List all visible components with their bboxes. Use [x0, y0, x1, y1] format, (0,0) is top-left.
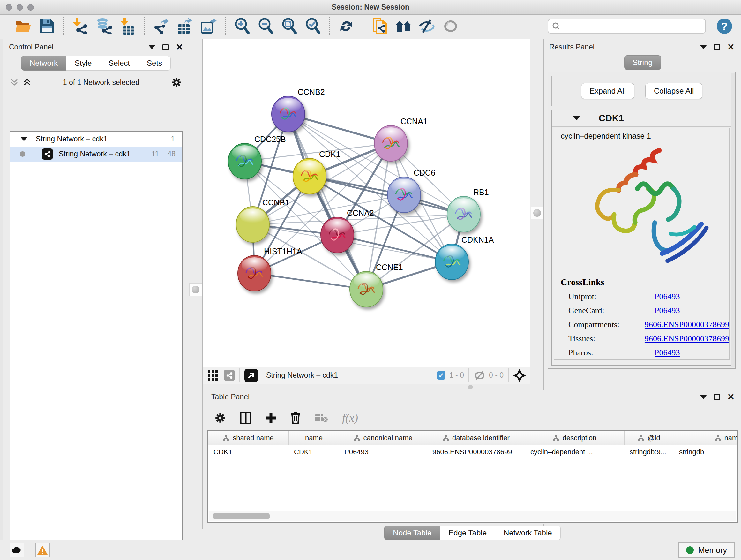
show-all-button[interactable] [441, 17, 460, 36]
gene-section-header[interactable]: CDK1 [552, 110, 731, 127]
network-edge[interactable] [288, 114, 366, 289]
refresh-layout-button[interactable] [337, 17, 355, 36]
column-header[interactable]: database identifier [427, 431, 525, 445]
help-button[interactable]: ? [717, 18, 732, 34]
first-neighbors-button[interactable] [394, 17, 413, 36]
network-node[interactable]: RB1 [447, 188, 489, 232]
table-hscrollbar[interactable] [209, 511, 736, 521]
pharos-link[interactable]: P06493 [655, 348, 680, 358]
table-panel-title: Table Panel [211, 393, 250, 401]
tab-network-table[interactable]: Network Table [495, 525, 561, 540]
crosslink-label: Uniprot: [568, 292, 655, 301]
collapse-all-button[interactable]: Collapse All [645, 83, 702, 99]
table-row[interactable]: CDK1 CDK1 P06493 9606.ENSP00000378699 cy… [208, 445, 737, 459]
zoom-out-button[interactable] [256, 17, 275, 36]
panel-menu-icon[interactable] [148, 45, 155, 49]
column-header[interactable]: name [289, 431, 339, 445]
network-node[interactable]: CDK1 [293, 150, 340, 194]
horizontal-splitter-handle[interactable] [468, 385, 473, 389]
table-options-gear-icon[interactable] [214, 412, 226, 424]
export-table-button[interactable] [176, 17, 194, 36]
network-row-selected[interactable]: String Network – cdk1 11 48 [10, 146, 182, 162]
memory-button[interactable]: Memory [678, 542, 735, 558]
network-node[interactable]: HIST1H1A [238, 247, 302, 291]
toolbar-separator [225, 17, 226, 36]
collapse-all-icon[interactable] [10, 78, 18, 86]
network-canvas[interactable]: CCNB2CCNA1CDC25BCDK1CDC6RB1CCNB1CCNA2CDK… [203, 39, 530, 367]
export-network-button[interactable] [152, 17, 171, 36]
search-field[interactable] [548, 19, 706, 34]
column-header[interactable]: @id [624, 431, 674, 445]
left-splitter-handle[interactable] [189, 283, 202, 296]
close-panel-icon[interactable]: ✕ [727, 394, 735, 400]
column-header[interactable]: canonical name [339, 431, 427, 445]
hide-selected-button[interactable] [418, 17, 436, 36]
hidden-eye-icon[interactable] [474, 371, 486, 380]
selected-checkbox[interactable]: ✓ [437, 371, 446, 380]
float-panel-icon[interactable] [714, 44, 720, 51]
node-label: HIST1H1A [264, 247, 302, 256]
hscrollbar-thumb[interactable] [212, 513, 270, 519]
collection-expand-icon[interactable] [20, 137, 27, 141]
tab-string[interactable]: String [624, 55, 661, 70]
tab-select[interactable]: Select [100, 56, 138, 71]
tissues-link[interactable]: 9606.ENSP00000378699 [645, 334, 729, 344]
table-panel: Table Panel ✕ f(x) shared name name cano… [207, 390, 738, 524]
tab-sets[interactable]: Sets [138, 56, 171, 71]
export-image-button[interactable] [199, 17, 218, 36]
add-column-icon[interactable] [266, 413, 276, 423]
tab-style[interactable]: Style [66, 56, 100, 71]
close-panel-icon[interactable]: ✕ [727, 44, 735, 51]
import-network-from-database-button[interactable] [95, 17, 113, 36]
import-table-from-file-button[interactable] [118, 17, 137, 36]
column-header[interactable]: description [525, 431, 624, 445]
fit-content-crosshair-icon[interactable] [513, 369, 526, 382]
cloud-status-button[interactable] [10, 543, 24, 557]
detach-view-icon[interactable] [245, 369, 258, 382]
uniprot-link[interactable]: P06493 [655, 292, 680, 301]
panel-menu-icon[interactable] [700, 45, 707, 49]
network-node[interactable]: CCNB1 [236, 198, 289, 242]
expand-all-icon[interactable] [23, 78, 31, 86]
expand-all-button[interactable]: Expand All [581, 83, 634, 99]
zoom-in-button[interactable] [232, 17, 251, 36]
column-header[interactable]: namespace [674, 431, 738, 445]
zoom-selected-button[interactable] [304, 17, 322, 36]
float-panel-icon[interactable] [162, 44, 169, 51]
network-collection-row[interactable]: String Network – cdk1 1 [10, 132, 182, 146]
compartments-link[interactable]: 9606.ENSP00000378699 [645, 320, 729, 329]
network-node[interactable]: CDKN1A [435, 235, 494, 280]
collection-label: String Network – cdk1 [36, 135, 108, 143]
clone-network-button[interactable] [370, 17, 389, 36]
grid-view-icon[interactable] [207, 370, 219, 381]
network-view-icon[interactable] [224, 370, 235, 381]
delete-column-icon[interactable] [290, 412, 300, 424]
right-splitter-handle[interactable] [531, 206, 543, 219]
tab-edge-table[interactable]: Edge Table [440, 525, 495, 540]
genecard-link[interactable]: P06493 [655, 306, 680, 315]
save-session-button[interactable] [38, 17, 56, 36]
panel-menu-icon[interactable] [700, 395, 707, 399]
network-options-gear-icon[interactable] [171, 77, 182, 88]
left-splitter[interactable] [189, 39, 203, 529]
network-label: String Network – cdk1 [59, 150, 131, 159]
network-edge[interactable] [254, 273, 366, 289]
gene-expand-icon[interactable] [573, 116, 580, 120]
network-edge[interactable] [337, 235, 452, 262]
tab-network[interactable]: Network [21, 56, 66, 71]
column-header[interactable]: shared name [208, 431, 289, 445]
network-node[interactable]: CCNA1 [374, 117, 428, 161]
float-panel-icon[interactable] [714, 394, 720, 400]
warnings-button[interactable] [35, 543, 50, 557]
show-columns-icon[interactable] [240, 412, 252, 424]
search-input[interactable] [560, 22, 705, 30]
open-session-button[interactable] [14, 17, 32, 36]
import-network-from-file-button[interactable] [71, 17, 90, 36]
network-node[interactable]: CCNB2 [272, 87, 325, 132]
results-scrollbar[interactable] [731, 73, 735, 368]
zoom-fit-button[interactable] [280, 17, 298, 36]
tab-node-table[interactable]: Node Table [384, 525, 440, 540]
toolbar-separator [362, 17, 363, 36]
close-panel-icon[interactable]: ✕ [176, 44, 183, 51]
memory-status-dot [686, 546, 694, 554]
